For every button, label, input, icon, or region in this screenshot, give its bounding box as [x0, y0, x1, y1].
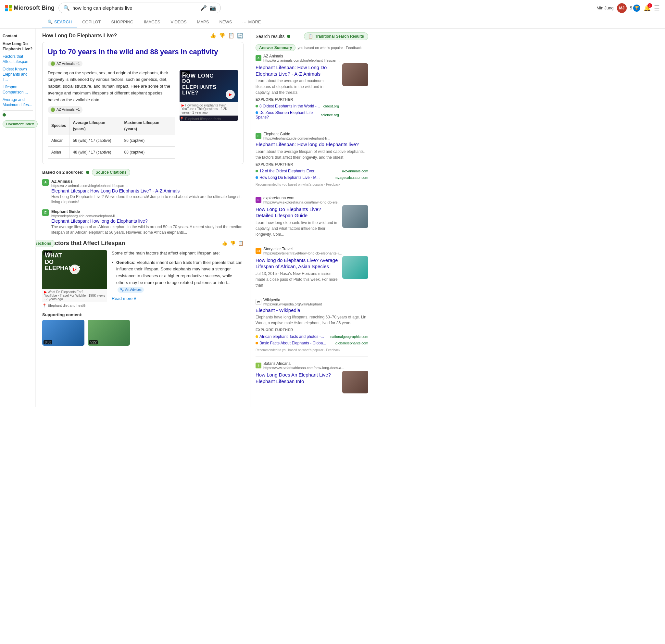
explore-link-anchor-0-0[interactable]: 8 Oldest Elephants in the World -... — [260, 104, 320, 109]
vet-badge[interactable]: 🐾 Vet Advices — [117, 287, 144, 293]
logo-area: Microsoft Bing — [5, 4, 55, 12]
factors-video-meta-text: YouTube › Travel For Wildlife · 198K vie… — [44, 294, 105, 301]
mic-icon[interactable]: 🎤 — [200, 5, 207, 11]
tab-images[interactable]: IMAGES — [139, 16, 166, 28]
factors-list-item-genetics: Genetics: Elephants inherit certain trai… — [112, 259, 244, 293]
sidebar-item-comparison[interactable]: Lifespan Comparison ... — [3, 85, 33, 95]
tab-images-label: IMAGES — [144, 19, 160, 24]
tab-search-label: SEARCH — [54, 19, 72, 24]
explore-link-0-1: Do Zoos Shorten Elephant Life Spans? sci… — [255, 110, 339, 120]
related-sections-badge[interactable]: Related Sections — [36, 240, 55, 247]
tab-videos[interactable]: VIDEOS — [165, 16, 192, 28]
source-chip-az[interactable]: 🟢 AZ Animals +1 — [48, 61, 82, 66]
sidebar-item-average[interactable]: Average and Maximum Lifes... — [3, 97, 33, 108]
tab-shopping-label: SHOPPING — [111, 19, 133, 24]
explore-link-anchor-1-1[interactable]: How Long Do Elephants Live - M... — [260, 175, 320, 180]
result-title-5[interactable]: How Long Does An Elephant Live? Elephant… — [255, 372, 339, 384]
read-more-button[interactable]: Read more ∨ — [112, 295, 244, 302]
read-more-text: Read more — [112, 295, 132, 302]
factors-intro: Some of the main factors that affect ele… — [112, 250, 244, 257]
sidebar-item-how-long[interactable]: How Long Do Elephants Live? — [3, 42, 33, 52]
reward-icon[interactable]: 🏆 — [633, 4, 640, 12]
answer-chip-az[interactable]: 🟢 AZ Animals +1 — [48, 106, 82, 114]
result-title-4[interactable]: Elephant - Wikipedia — [255, 307, 368, 314]
source-link-0[interactable]: Elephant Lifespan: How Long Do Elephants… — [51, 188, 244, 193]
camera-icon[interactable]: 📷 — [209, 5, 216, 11]
species-cell: Asian — [48, 147, 70, 158]
tab-maps[interactable]: MAPS — [192, 16, 214, 28]
thumbs-up-icon[interactable]: 👍 — [210, 33, 216, 39]
answer-summary-badge[interactable]: Answer Summary — [255, 44, 296, 51]
points-count: 5 — [630, 5, 632, 11]
tab-shopping[interactable]: SHOPPING — [106, 16, 139, 28]
trad-results-icon: 📋 — [308, 34, 313, 39]
explore-link-anchor-0-1[interactable]: Do Zoos Shorten Elephant Life Spans? — [255, 110, 313, 119]
result-title-0[interactable]: Elephant Lifespan: How Long Do Elephants… — [255, 64, 339, 77]
factors-thumbs-down[interactable]: 👎 — [230, 240, 235, 246]
table-row: Asian48 (wild) / 17 (captive)88 (captive… — [48, 147, 175, 158]
results-title-area: Search results — [255, 34, 290, 39]
search-input[interactable] — [72, 5, 198, 11]
video-title-l4: LIVE? — [182, 90, 216, 96]
factors-video-meta: ▶ What Do Elephants Eat? YouTube › Trave… — [42, 289, 107, 302]
main-layout: Content How Long Do Elephants Live? Fact… — [0, 28, 665, 407]
result-title-2[interactable]: How Long Do Elephants Live? Detailed Lif… — [255, 206, 339, 219]
source-citations-button[interactable]: Source Citations — [92, 169, 130, 176]
search-bar[interactable]: 🔍 🎤 📷 — [58, 3, 221, 13]
tab-more[interactable]: ⋯ MORE — [237, 16, 266, 28]
results-green-dot — [287, 35, 290, 38]
answer-video[interactable]: 0:58 HOW LONG DO ELEPHANTS LIVE? ▶ ▶ How… — [179, 70, 238, 121]
share-icon[interactable]: 📋 — [228, 33, 234, 39]
video-play-button[interactable]: ▶ — [226, 90, 235, 99]
explore-link-0-0: 8 Oldest Elephants in the World -... old… — [255, 103, 339, 110]
sources-count-text: Based on 2 sources: — [42, 170, 83, 175]
explore-dot-4-1 — [255, 342, 258, 345]
result-title-3[interactable]: How long do Elephants Live? Average Life… — [255, 257, 339, 270]
explore-dot-4-0 — [255, 335, 258, 338]
support-thumb-1[interactable]: 0:33 — [42, 320, 84, 346]
max-cell: 88 (captive) — [121, 147, 175, 158]
traditional-results-button[interactable]: 📋 Traditional Search Results — [304, 33, 368, 40]
explore-link-4-1: Basic Facts About Elephants - Globa... g… — [255, 340, 368, 346]
result-favicon-1: E — [255, 133, 261, 139]
sidebar-item-factors[interactable]: Factors that Affect Lifespan — [3, 54, 33, 64]
explore-site-ref-4-1: globalelephants.com — [336, 341, 368, 345]
table-col-species: Species — [48, 117, 70, 135]
right-result-5: S Safaris Africana https://www.safarisaf… — [255, 361, 368, 398]
result-title-1[interactable]: Elephant Lifespan: How long do Elephants… — [255, 141, 368, 148]
support-thumb-2[interactable]: 5:22 — [88, 320, 130, 346]
factors-share[interactable]: 📋 — [238, 240, 244, 246]
menu-icon[interactable]: ☰ — [654, 4, 660, 12]
doc-index-button[interactable]: Document Index — [3, 120, 38, 128]
explore-further-1: EXPLORE FURTHER 12 of the Oldest Elephan… — [255, 162, 368, 181]
search-icon: 🔍 — [63, 5, 70, 11]
thumbs-down-icon[interactable]: 👎 — [219, 33, 225, 39]
sidebar-item-oldest[interactable]: Oldest Known Elephants and T... — [3, 67, 33, 82]
tab-news[interactable]: NEWS — [214, 16, 237, 28]
source-link-1[interactable]: Elephant Lifespan: How long do Elephants… — [51, 218, 244, 223]
right-result-3: ST Storyteller Travel https://storytelle… — [255, 247, 368, 293]
notif-badge: 2 — [647, 3, 652, 8]
result-thumb-3 — [342, 256, 368, 279]
answer-summary-label: Answer Summary — [259, 45, 292, 50]
source-details-0: AZ Animals https://a-z-animals.com/blog/… — [51, 179, 244, 205]
explore-site-ref-4-0: nationalgeographic.com — [330, 335, 368, 338]
factors-list: Genetics: Elephants inherit certain trai… — [112, 259, 244, 293]
result-with-thumb-5: How Long Does An Elephant Live? Elephant… — [255, 371, 368, 393]
result-favicon-2: E — [255, 197, 261, 203]
right-result-2: E explorefauna.com https://www.explorefa… — [255, 196, 368, 242]
factors-video[interactable]: 1:12 WHAT DO ELEPHANTS ▶ ▶ What Do Eleph… — [42, 250, 107, 308]
factors-thumbs-up[interactable]: 👍 — [222, 240, 227, 246]
result-thumb-2 — [342, 205, 368, 228]
notification-icon[interactable]: 🔔 2 — [644, 4, 651, 12]
tab-copilot[interactable]: COPILOT — [77, 16, 106, 28]
refresh-icon[interactable]: 🔄 — [237, 33, 244, 39]
explore-link-anchor-4-1[interactable]: Basic Facts About Elephants - Globa... — [260, 341, 326, 345]
explore-site-ref-1-0: a-z-animals.com — [342, 169, 368, 173]
video-location: 📍 Elephant lifespan facts — [179, 117, 238, 121]
tab-search[interactable]: 🔍 SEARCH — [42, 16, 77, 28]
sidebar-divider — [3, 110, 33, 111]
explore-link-anchor-1-0[interactable]: 12 of the Oldest Elephants Ever... — [260, 169, 318, 173]
explore-link-anchor-4-0[interactable]: African elephant, facts and photos -... — [260, 334, 324, 339]
lifespan-table: Species Average Lifespan (years) Maximum… — [48, 117, 175, 159]
